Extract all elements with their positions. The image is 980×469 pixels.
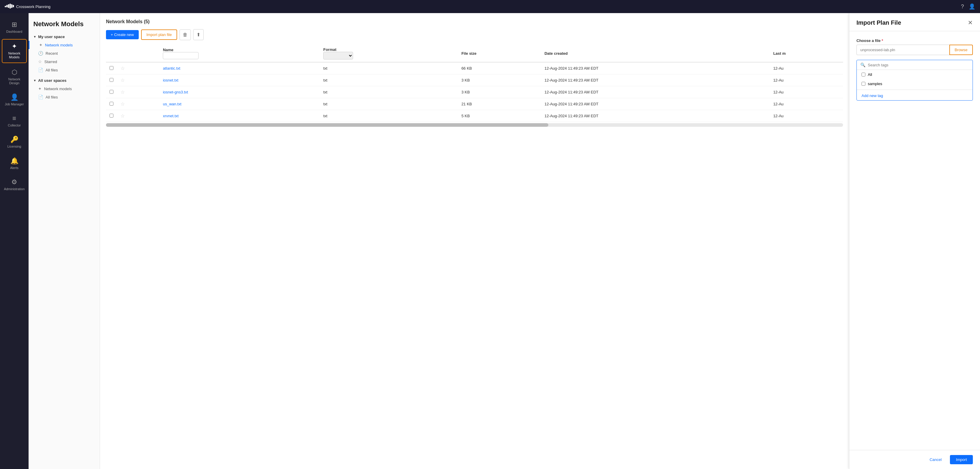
star-icon-0[interactable]: ☆ bbox=[121, 66, 125, 71]
tags-search-input[interactable] bbox=[868, 63, 969, 67]
star-icon-2[interactable]: ☆ bbox=[121, 89, 125, 95]
row-checkbox-cell bbox=[106, 75, 117, 86]
delete-button[interactable]: 🗑 bbox=[180, 29, 191, 40]
create-new-button[interactable]: + Create new bbox=[106, 30, 139, 39]
table-row: ☆ iosnet.txt txt 3 KB 12-Aug-2024 11:49:… bbox=[106, 75, 843, 86]
help-icon[interactable]: ? bbox=[961, 3, 964, 10]
table-scrollbar-thumb bbox=[106, 123, 548, 127]
row-date-cell: 12-Aug-2024 11:49:23 AM EDT bbox=[541, 110, 770, 122]
sidebar-item-network-models-all[interactable]: ✦ Network models bbox=[29, 84, 100, 93]
row-format-cell: txt bbox=[320, 110, 458, 122]
row-checkbox-1[interactable] bbox=[110, 78, 113, 82]
sidebar-item-job-manager-label: Job Manager bbox=[5, 102, 24, 106]
table-scrollbar[interactable] bbox=[106, 123, 843, 127]
network-models-sub-icon: ✦ bbox=[39, 43, 43, 47]
export-button[interactable]: ⬆ bbox=[193, 29, 204, 40]
sidebar-item-job-manager[interactable]: 👤 Job Manager bbox=[2, 91, 27, 109]
file-link-3[interactable]: us_wan.txt bbox=[163, 102, 181, 106]
file-link-1[interactable]: iosnet.txt bbox=[163, 78, 178, 83]
col-datecreated: Date created bbox=[541, 45, 770, 62]
all-user-spaces-section: ▼ All user spaces ✦ Network models 📄 All… bbox=[29, 76, 100, 101]
add-new-tag-link[interactable]: Add new tag bbox=[857, 91, 972, 100]
row-size-cell: 66 KB bbox=[458, 62, 541, 75]
sidebar-item-alerts-label: Alerts bbox=[10, 166, 19, 170]
top-bar-left: Crosswork Planning bbox=[5, 3, 51, 10]
sidebar-item-recent[interactable]: 🕐 Recent bbox=[29, 49, 100, 57]
sidebar-item-network-design[interactable]: ⬡ Network Design bbox=[2, 65, 27, 88]
row-format-cell: txt bbox=[320, 86, 458, 98]
sidebar-item-collector[interactable]: ≡ Collector bbox=[2, 111, 27, 130]
svg-rect-1 bbox=[6, 5, 8, 7]
file-link-4[interactable]: xrvnet.txt bbox=[163, 114, 179, 118]
sidebar-item-all-files-all-label: All files bbox=[46, 95, 58, 99]
sidebar-item-starred[interactable]: ☆ Starred bbox=[29, 57, 100, 66]
tag-samples-checkbox[interactable] bbox=[862, 82, 865, 86]
col-checkbox bbox=[106, 45, 117, 62]
cancel-button[interactable]: Cancel bbox=[925, 455, 947, 464]
svg-rect-4 bbox=[11, 5, 12, 8]
tag-all-item[interactable]: All bbox=[857, 70, 972, 79]
import-plan-label: Import plan file bbox=[146, 32, 172, 37]
row-size-cell: 3 KB bbox=[458, 86, 541, 98]
network-design-icon: ⬡ bbox=[12, 68, 17, 76]
top-bar: Crosswork Planning ? 👤 bbox=[0, 0, 980, 13]
close-import-panel-button[interactable]: ✕ bbox=[968, 19, 973, 26]
row-date-cell: 12-Aug-2024 11:49:23 AM EDT bbox=[541, 75, 770, 86]
delete-icon: 🗑 bbox=[183, 32, 188, 37]
star-icon-3[interactable]: ☆ bbox=[121, 102, 125, 107]
row-last-cell: 12-Au bbox=[770, 62, 843, 75]
col-star bbox=[117, 45, 159, 62]
chevron-down-icon: ▼ bbox=[33, 35, 36, 38]
row-last-cell: 12-Au bbox=[770, 98, 843, 110]
row-checkbox-0[interactable] bbox=[110, 66, 113, 70]
sidebar-item-alerts[interactable]: 🔔 Alerts bbox=[2, 154, 27, 173]
file-name-input[interactable] bbox=[856, 45, 949, 55]
import-plan-button[interactable]: Import plan file bbox=[141, 29, 177, 40]
network-models-all-icon: ✦ bbox=[38, 86, 42, 91]
browse-label: Browse bbox=[955, 48, 967, 52]
sidebar-item-dashboard[interactable]: ⊞ Dashboard bbox=[2, 18, 27, 37]
star-icon-4[interactable]: ☆ bbox=[121, 113, 125, 118]
svg-rect-5 bbox=[13, 5, 14, 7]
sidebar-item-collector-label: Collector bbox=[8, 124, 21, 127]
row-checkbox-4[interactable] bbox=[110, 114, 113, 118]
sidebar-item-licensing[interactable]: 🔑 Licensing bbox=[2, 133, 27, 151]
row-checkbox-2[interactable] bbox=[110, 90, 113, 94]
sidebar-item-starred-label: Starred bbox=[45, 59, 57, 64]
top-bar-right: ? 👤 bbox=[961, 3, 975, 10]
format-filter-select[interactable]: txt bbox=[323, 52, 353, 59]
my-user-space-header[interactable]: ▼ My user space bbox=[29, 33, 100, 41]
content-area: Network Models ▼ My user space ✦ Network… bbox=[29, 13, 980, 469]
user-icon[interactable]: 👤 bbox=[969, 3, 975, 10]
all-files-all-icon: 📄 bbox=[38, 95, 43, 99]
col-filesize: File size bbox=[458, 45, 541, 62]
col-format-label: Format bbox=[323, 47, 454, 52]
tag-all-checkbox[interactable] bbox=[862, 73, 865, 76]
secondary-sidebar: Network Models ▼ My user space ✦ Network… bbox=[29, 13, 100, 469]
sidebar-item-network-models[interactable]: ✦ Network Models bbox=[2, 39, 27, 63]
app-logo: Crosswork Planning bbox=[5, 3, 51, 10]
tags-divider bbox=[857, 89, 972, 90]
name-filter-input[interactable] bbox=[163, 52, 199, 59]
tag-samples-label: samples bbox=[868, 81, 882, 86]
tag-samples-item[interactable]: samples bbox=[857, 79, 972, 88]
sidebar-item-network-models-sub[interactable]: ✦ Network models bbox=[29, 41, 100, 49]
browse-button[interactable]: Browse bbox=[949, 45, 973, 55]
main-layout: ⊞ Dashboard ✦ Network Models ⬡ Network D… bbox=[0, 13, 980, 469]
export-icon: ⬆ bbox=[196, 32, 200, 37]
col-lastmodified: Last m bbox=[770, 45, 843, 62]
sidebar-item-all-files-all[interactable]: 📄 All files bbox=[29, 93, 100, 101]
import-panel-title: Import Plan File bbox=[856, 19, 901, 26]
file-link-0[interactable]: atlantic.txt bbox=[163, 66, 180, 70]
sidebar-item-administration[interactable]: ⚙ Administration bbox=[2, 175, 27, 194]
row-checkbox-3[interactable] bbox=[110, 102, 113, 106]
sidebar-item-network-models-all-label: Network models bbox=[44, 87, 72, 91]
sidebar-item-dashboard-label: Dashboard bbox=[6, 30, 22, 33]
sidebar-item-all-files[interactable]: 📄 All files bbox=[29, 66, 100, 74]
create-new-label: + Create new bbox=[111, 32, 134, 37]
file-link-2[interactable]: iosnet-gns3.txt bbox=[163, 90, 188, 94]
all-user-spaces-header[interactable]: ▼ All user spaces bbox=[29, 76, 100, 84]
star-icon-1[interactable]: ☆ bbox=[121, 78, 125, 83]
import-button[interactable]: Import bbox=[950, 455, 973, 464]
recent-icon: 🕐 bbox=[38, 51, 43, 56]
